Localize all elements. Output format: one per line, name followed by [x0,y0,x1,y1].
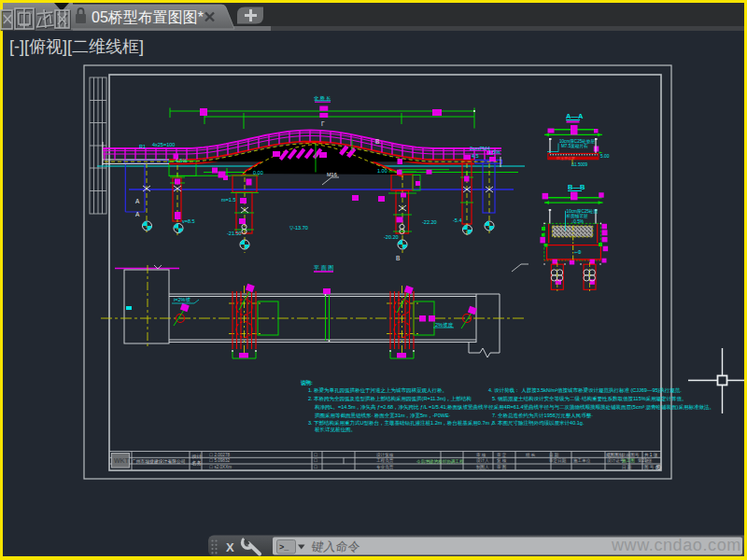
svg-text:3. 下部结构采用重力式U型桥台，主墩基础钻孔灌注桩1.2m: 3. 下部结构采用重力式U型桥台，主墩基础钻孔灌注桩1.2m，桥台桩基采用0.7… [308,420,495,427]
svg-text:规图图别: 规图图别 [606,452,624,458]
svg-text:B: B [396,255,400,261]
svg-text:5. 钢筋混凝土结构设计安全等级为二级·结构重要性系数取值按: 5. 钢筋混凝土结构设计安全等级为二级·结构重要性系数取值按115%采用规定计算… [492,396,687,402]
svg-text:设计复核: 设计复核 [376,452,394,458]
svg-text:m=1.5: m=1.5 [221,197,235,203]
svg-text:2. 本桥跨为全园弧及造型拱桥上部结构采用园弧拱(R=11.: 2. 本桥跨为全园弧及造型拱桥上部结构采用园弧拱(R=11.3m)，上部结构 [308,396,472,402]
svg-text:10cm厚C25砼垫层: 10cm厚C25砼垫层 [559,138,595,144]
svg-text:说明:: 说明: [301,380,313,386]
svg-text:☐: ☐ [314,458,317,463]
svg-text:5.00: 5.00 [600,154,610,159]
svg-text:v=8.5: v=8.5 [182,218,195,224]
svg-text:1.00: 1.00 [377,168,388,174]
svg-text:1. 桥梁为单孔园弧拱桥位于河道之上为城市园林景观人行桥。: 1. 桥梁为单孔园弧拱桥位于河道之上为城市园林景观人行桥。 [308,386,447,394]
svg-text:R1: R1 [139,144,146,149]
svg-text:A: A [135,198,140,204]
svg-text:8. 本图尺寸除注明外均须以厘米计40.1g.: 8. 本图尺寸除注明外均须以厘米计40.1g. [492,420,585,427]
svg-text:⑯: ⑯ [655,465,661,470]
svg-text:A—A: A—A [566,112,584,120]
svg-text:www.cndao.com: www.cndao.com [611,536,741,554]
svg-text:构净跨L。=14.5m，净矢高 ƒ=2.68，净矢跨比 ƒ/: 构净跨L。=14.5m，净矢高 ƒ=2.68，净矢跨比 ƒ/L =1/5.41;… [314,404,714,411]
svg-text:审 核: 审 核 [476,453,486,457]
svg-text:设计人: 设计人 [476,457,489,463]
svg-text:键入命令: 键入命令 [310,540,361,554]
svg-text:组 长: 组 长 [526,453,536,457]
svg-text:工程负责: 工程负责 [376,457,394,463]
svg-text:桩长详见桩位图。: 桩长详见桩位图。 [314,427,356,433]
svg-text:广州市瑞捷建设计有限公司: 广州市瑞捷建设计有限公司 [132,458,186,465]
svg-text:☐ s2.0XXm: ☐ s2.0XXm [209,465,232,469]
svg-text:B: B [375,138,379,145]
svg-text:名务: 名务 [191,460,203,466]
svg-text:☐: ☐ [314,465,317,469]
svg-text:Γ: Γ [321,120,325,127]
svg-text:B—B: B—B [568,183,585,191]
svg-text:拱圈采用等截面悬链线形· 桥面全宽31m，净宽5m，-P0W: 拱圈采用等截面悬链线形· 桥面全宽31m，净宽5m，-P0WE· [315,413,451,419]
svg-text:4. 设计荷载： 人群按3.5kN/m²值按城市桥梁设计规: 4. 设计荷载： 人群按3.5kN/m²值按城市桥梁设计规范执行标准 (CJJ6… [488,386,682,394]
svg-text:-20.20: -20.20 [384,234,399,240]
svg-text:☐ 5.09832: ☐ 5.09832 [209,458,230,463]
svg-text:0.00: 0.00 [253,170,263,175]
svg-text:A: A [135,211,140,217]
svg-text:i=2%坡: i=2%坡 [174,297,190,302]
svg-text:设计: 设计 [191,454,203,459]
svg-text:桥面铺装层: 桥面铺装层 [566,213,588,219]
svg-text:今后增建的相邻协调工程: 今后增建的相邻协调工程 [416,458,464,465]
svg-text:7. 全桥总造价约为共计1956万元整人民币整·: 7. 全桥总造价约为共计1956万元整人民币整· [492,413,593,419]
svg-text:☐ 2.00278: ☐ 2.00278 [209,453,230,457]
svg-text:施工单位: 施工单位 [572,457,591,463]
svg-text:1.5%: 1.5% [488,149,500,155]
svg-text:M16: M16 [327,172,337,177]
svg-text:>_: >_ [279,542,289,552]
svg-text:[-][俯视][二维线框]: [-][俯视][二维线框] [9,37,144,56]
svg-text:4x25=100: 4x25=100 [152,142,175,147]
svg-text:↓0.5%: ↓0.5% [571,219,584,224]
svg-text:▽-13.70: ▽-13.70 [289,225,308,231]
svg-text:05桥型布置图图*: 05桥型布置图图* [92,9,204,25]
svg-text:WKT: WKT [114,457,130,464]
svg-text:☐: ☐ [314,453,317,457]
svg-text:施工图: 施工图 [621,457,635,464]
svg-text:⇐Φ: ⇐Φ [574,250,582,255]
svg-text:2cmPM4: 2cmPM4 [470,146,490,151]
svg-text:全 桥 长: 全 桥 长 [314,95,331,101]
svg-text:X: X [226,540,234,554]
svg-text:专业负责: 专业负责 [376,465,394,469]
svg-text:-21.50: -21.50 [227,231,242,236]
svg-text:-22.20: -22.20 [422,219,437,225]
svg-text:平 面 图: 平 面 图 [314,264,333,272]
svg-text:4.5: 4.5 [472,153,479,159]
svg-text:Δ1.5009: Δ1.5009 [571,162,588,167]
svg-text:4.5%: 4.5% [176,158,188,163]
svg-text:-5.4: -5.4 [453,217,461,223]
